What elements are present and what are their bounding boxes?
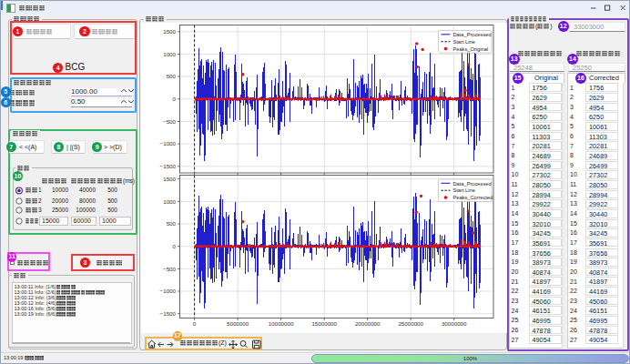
svg-text:−500: −500 <box>163 118 176 125</box>
svg-text:0: 0 <box>173 243 177 249</box>
svg-text:−1000: −1000 <box>160 288 177 294</box>
svg-text:15000000: 15000000 <box>311 320 337 327</box>
svg-text:20000000: 20000000 <box>355 320 381 327</box>
svg-text:−1000: −1000 <box>160 140 177 147</box>
svg-text:500: 500 <box>167 73 177 79</box>
svg-text:−1500: −1500 <box>160 163 177 169</box>
svg-text:0: 0 <box>173 96 177 102</box>
svg-text:1000: 1000 <box>163 51 176 57</box>
svg-text:500: 500 <box>167 220 177 227</box>
svg-text:30000000: 30000000 <box>442 320 467 327</box>
svg-text:Start Line: Start Line <box>453 187 475 193</box>
svg-text:Peaks_Corrected: Peaks_Corrected <box>453 195 493 200</box>
svg-text:1500: 1500 <box>163 176 176 182</box>
svg-text:25000000: 25000000 <box>398 320 423 327</box>
svg-text:Data_Processed: Data_Processed <box>453 181 492 187</box>
svg-text:Peaks_Original: Peaks_Original <box>453 46 489 52</box>
svg-text:1000: 1000 <box>163 198 176 205</box>
svg-text:10000000: 10000000 <box>269 320 294 327</box>
svg-text:Data_Processed: Data_Processed <box>453 32 492 37</box>
svg-text:0: 0 <box>193 320 197 327</box>
svg-text:−1500: −1500 <box>160 310 177 317</box>
svg-text:5000000: 5000000 <box>227 320 249 327</box>
svg-text:1500: 1500 <box>163 28 176 35</box>
svg-text:−500: −500 <box>163 266 176 272</box>
svg-text:Start Line: Start Line <box>453 39 475 45</box>
